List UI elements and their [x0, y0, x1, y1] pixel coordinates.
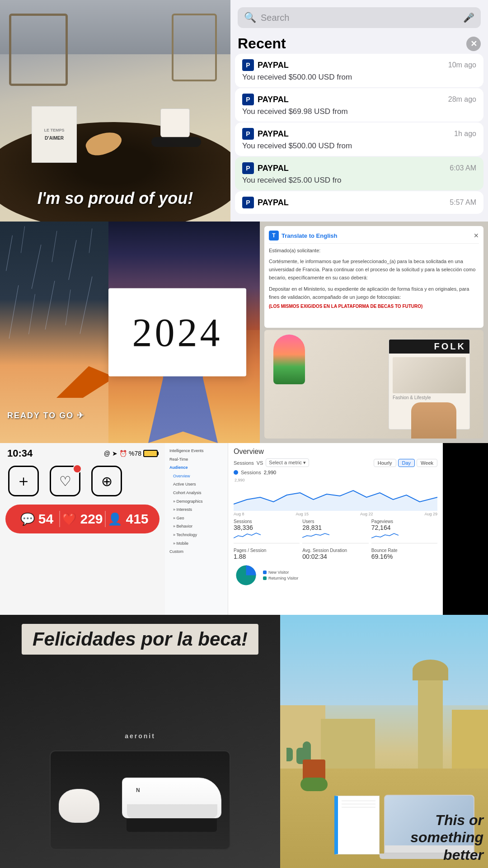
translate-intro: Estimado(a) solicitante: [269, 246, 479, 255]
instagram-panel: 10:34 @ ➤ ⏰ %78 ＋ ♡ ⊕ 💬 54 [0, 443, 165, 615]
messenger-button[interactable]: ⊕ [91, 466, 122, 496]
search-icon: 🔍 [244, 12, 256, 24]
analytics-main: Overview Sessions VS Select a metric ▾ H… [228, 443, 443, 615]
stat-value: 00:02:34 [302, 553, 368, 560]
day-button[interactable]: Day [398, 459, 415, 467]
analytics-panel: Intelligence Events Real-Time Audience O… [165, 443, 443, 615]
battery-icon [143, 450, 158, 457]
notif-sender-name: PAYPAL [258, 61, 289, 70]
ig-bottom-space [0, 537, 165, 564]
recent-title: Recent [238, 35, 286, 52]
stat-pps: Pages / Session 1.88 [234, 546, 300, 560]
notif-time: 6:03 AM [450, 164, 476, 172]
comment-icon: 💬 [20, 512, 35, 526]
sidebar-item[interactable]: Real-Time [165, 455, 228, 464]
activity-heart-button[interactable]: ♡ [50, 466, 80, 496]
select-metric[interactable]: Select a metric ▾ [266, 458, 309, 467]
time-display: 10:34 [7, 448, 33, 459]
sidebar-item-technology[interactable]: » Technology [165, 531, 228, 539]
heart-icon: ❤️ [62, 512, 76, 526]
proud-text: I'm so proud of you! [38, 189, 193, 208]
notif-sender-name: PAYPAL [258, 164, 289, 173]
paypal-logo: P [242, 59, 254, 71]
notification-item[interactable]: P PAYPAL 28m ago You received $69.98 USD… [235, 88, 483, 122]
stat-sessions: Sessions 38,336 [234, 519, 300, 543]
returning-visitor-dot [263, 576, 267, 580]
likes-stat: ❤️ 229 [60, 511, 105, 527]
stat-pageviews: Pageviews 72,164 [371, 519, 437, 543]
notif-message: You received $25.00 USD fro [242, 176, 476, 185]
control-row: Sessions VS Select a metric ▾ [234, 458, 309, 467]
pie-area: New Visitor Returning Visitor [234, 563, 437, 588]
notif-time: 1h ago [454, 130, 476, 138]
stat-label: Users [302, 519, 368, 524]
airpods-case [59, 789, 99, 823]
stat-label: Avg. Session Duration [302, 548, 368, 553]
sidebar-item-custom[interactable]: Custom [165, 547, 228, 556]
status-bar: 10:34 @ ➤ ⏰ %78 [0, 443, 165, 461]
legend-returning-visitor: Returning Visitor [263, 576, 298, 580]
sidebar-item-interests[interactable]: » Interests [165, 505, 228, 514]
this-or-better-text: This or something better [384, 811, 483, 863]
city-photo: This or something better [280, 615, 488, 868]
chart-x-labels: Aug 8 Aug 15 Aug 22 Aug 29 [234, 512, 437, 516]
notif-sender-name: PAYPAL [258, 198, 289, 208]
notification-item[interactable]: P PAYPAL 10m ago You received $500.00 US… [235, 54, 483, 87]
bottom-section: 10:34 @ ➤ ⏰ %78 ＋ ♡ ⊕ 💬 54 [0, 443, 488, 868]
notification-list: P PAYPAL 10m ago You received $500.00 US… [230, 54, 488, 222]
stats-grid: Sessions 38,336 Users 28,831 Pageviews 7… [234, 519, 437, 560]
battery-pct-text: %78 [129, 450, 141, 457]
potted-plant [298, 760, 330, 796]
notif-message: You received $500.00 USD from [242, 142, 476, 151]
sidebar-item-audience[interactable]: Audience [165, 463, 228, 472]
translate-red-text: (LOS MISMOS EXIGIDOS EN LA PLATAFORMA DE… [269, 303, 479, 311]
sidebar-item-demographics[interactable]: » Demographics [165, 497, 228, 506]
date-label-4: Aug 29 [424, 512, 437, 516]
alarm-icon: ⏰ [119, 450, 127, 457]
stat-users: Users 28,831 [302, 519, 368, 543]
translate-close-icon[interactable]: ✕ [474, 232, 479, 239]
search-placeholder[interactable]: Search [261, 13, 459, 23]
notif-message: You received $500.00 USD from [242, 73, 476, 82]
middle-section: READY TO GO ✈ 2024 T Translate to Englis… [0, 222, 488, 443]
likes-count: 229 [80, 511, 103, 527]
stat-value: 1.88 [234, 553, 300, 560]
sidebar-item[interactable]: Intelligence Events [165, 447, 228, 455]
felicidades-text: Felicidades por la beca! [22, 624, 258, 655]
sessions-peak: 2,990 [264, 470, 277, 475]
paypal-logo: P [242, 162, 254, 174]
notification-item[interactable]: P PAYPAL 1h ago You received $500.00 USD… [235, 123, 483, 156]
analytics-overview-title: Overview [234, 448, 437, 456]
building-3 [452, 710, 488, 778]
comments-stat: 💬 54 [14, 511, 59, 527]
notification-item[interactable]: P PAYPAL 6:03 AM You received $25.00 USD… [235, 157, 483, 190]
status-icons: @ ➤ ⏰ %78 [104, 450, 158, 457]
hourly-button[interactable]: Hourly [374, 459, 396, 467]
week-button[interactable]: Week [417, 459, 437, 467]
paypal-logo: P [242, 94, 254, 105]
location-icon: ➤ [112, 450, 117, 457]
sidebar-item-behavior[interactable]: » Behavior [165, 522, 228, 531]
sidebar-item-overview[interactable]: Overview [165, 472, 228, 481]
date-label-2: Aug 15 [296, 512, 309, 516]
notification-item[interactable]: P PAYPAL 5:57 AM [235, 191, 483, 214]
notebook [334, 796, 380, 854]
search-bar[interactable]: 🔍 Search 🎤 [238, 7, 481, 28]
analytics-sidebar: Intelligence Events Real-Time Audience O… [165, 443, 228, 615]
analytics-controls: Sessions VS Select a metric ▾ Hourly Day… [234, 458, 437, 467]
paypal-logo: P [242, 197, 254, 208]
stat-label: Sessions [234, 519, 300, 524]
church-dome [413, 660, 448, 680]
add-post-button[interactable]: ＋ [8, 466, 39, 496]
sidebar-item-mobile[interactable]: » Mobile [165, 539, 228, 548]
sidebar-item-active-users[interactable]: Active Users [165, 480, 228, 489]
at-icon: @ [104, 450, 110, 457]
notif-message: You received $69.98 USD from [242, 107, 476, 116]
sidebar-item-cohort[interactable]: Cohort Analysis [165, 489, 228, 497]
notif-time: 28m ago [448, 95, 476, 104]
sidebar-item-geo[interactable]: » Geo [165, 514, 228, 523]
translation-doc: T Translate to English ✕ Estimado(a) sol… [264, 226, 483, 328]
close-recent-button[interactable]: ✕ [466, 37, 481, 51]
ready-to-go-text: READY TO GO ✈ [7, 410, 84, 420]
followers-count: 415 [126, 511, 148, 527]
